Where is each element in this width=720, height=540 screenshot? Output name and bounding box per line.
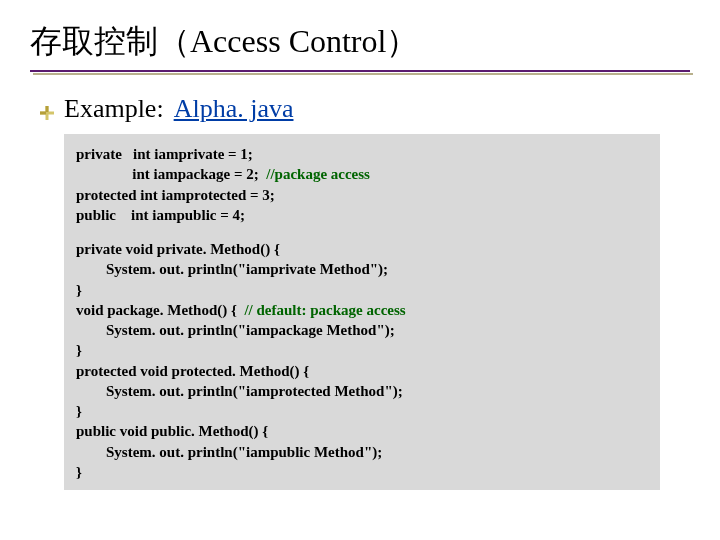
code-line: } <box>76 403 82 419</box>
code-comment: //package access <box>266 166 370 182</box>
code-comment: // default: package access <box>244 302 405 318</box>
code-line: protected void protected. Method() { <box>76 363 309 379</box>
code-line: private void private. Method() { <box>76 241 280 257</box>
code-block: private int iamprivate = 1; int iampacka… <box>64 134 660 490</box>
plus-bullet-icon <box>40 106 54 120</box>
code-line: } <box>76 342 82 358</box>
example-label: Example: <box>64 94 164 124</box>
example-row: Example: Alpha. java <box>40 94 690 124</box>
example-link[interactable]: Alpha. java <box>174 94 294 124</box>
code-line: protected int iamprotected = 3; <box>76 187 275 203</box>
code-line: } <box>76 464 82 480</box>
slide-title: 存取控制（Access Control） <box>30 20 690 64</box>
code-line: int iampackage = 2; <box>76 166 266 182</box>
code-line: System. out. println("iamprivate Method"… <box>76 261 388 277</box>
code-line: void package. Method() { <box>76 302 244 318</box>
code-line: System. out. println("iampackage Method"… <box>76 322 395 338</box>
code-line: } <box>76 282 82 298</box>
code-line: System. out. println("iamprotected Metho… <box>76 383 403 399</box>
title-divider <box>30 70 690 76</box>
code-line: System. out. println("iampublic Method")… <box>76 444 382 460</box>
code-line: public int iampublic = 4; <box>76 207 245 223</box>
code-line: public void public. Method() { <box>76 423 268 439</box>
code-line: private int iamprivate = 1; <box>76 146 253 162</box>
svg-rect-3 <box>40 112 46 115</box>
svg-rect-2 <box>46 106 49 112</box>
